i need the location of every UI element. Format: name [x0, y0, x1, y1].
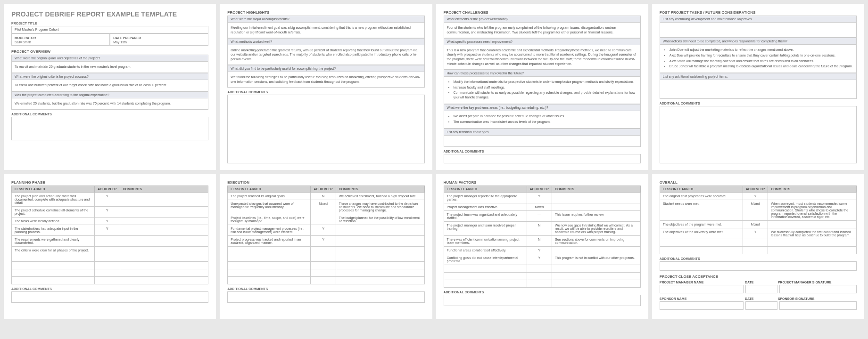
list-item: John Doe will adjust the marketing mater…: [670, 48, 853, 52]
pm-name-input[interactable]: [660, 285, 744, 293]
table-row: The tasks were clearly defined.Y: [12, 217, 208, 225]
cell-lesson: Unexpected changes that occurred were of…: [228, 200, 311, 214]
table-row: Project management was effective.Mixed: [444, 203, 640, 210]
sponsor-name-input[interactable]: [660, 301, 744, 310]
page-8: OVERALL LESSON LEARNED ACHIEVED? COMMENT…: [652, 174, 864, 319]
cell-comments: We achieved enrollment, but had a high d…: [336, 192, 424, 200]
p3-a3: Modify the informational materials for p…: [444, 77, 641, 104]
p5-comments-label: Additional Comments: [11, 286, 208, 291]
cell-lesson: The project team was organized and adequ…: [444, 210, 527, 221]
cell-lesson: The stakeholders had adequate input in t…: [12, 225, 95, 235]
p2-a1: Meeting our initial enrollment goal was …: [227, 23, 424, 38]
cell-lesson: The criteria were clear for all phases o…: [12, 246, 95, 254]
col-achieved: ACHIEVED?: [527, 186, 552, 192]
planning-header: PLANNING PHASE: [11, 180, 208, 185]
table-row-empty: [444, 272, 640, 280]
col-lesson: LESSON LEARNED: [660, 186, 743, 192]
cell-achieved: Mixed: [311, 200, 336, 214]
p3-a4: We didn't prepare in advance for possibl…: [444, 111, 641, 129]
p4-comments-label: Additional Comments: [660, 101, 857, 106]
table-row: The project reached its original goals.N…: [228, 192, 424, 200]
col-achieved: ACHIEVED?: [95, 186, 120, 192]
table-row-empty: [228, 276, 424, 284]
p2-q2: What methods worked well?: [227, 38, 424, 45]
list-item: Modify the informational materials for p…: [454, 80, 637, 84]
planning-table: LESSON LEARNED ACHIEVED? COMMENTS The pr…: [11, 186, 208, 284]
col-achieved: ACHIEVED?: [743, 186, 768, 192]
cell-achieved: Y: [95, 225, 120, 235]
pm-date-input[interactable]: [745, 285, 777, 293]
cell-comments: [336, 225, 424, 235]
cell-achieved: Y: [311, 235, 336, 246]
table-row-empty: [444, 280, 640, 287]
p8-comments-box[interactable]: [660, 261, 857, 271]
cell-achieved: Y: [527, 192, 552, 203]
cell-achieved: Y: [527, 254, 552, 265]
col-lesson: LESSON LEARNED: [444, 186, 527, 192]
cell-comments: [768, 220, 857, 228]
cell-comments: These changes may have contributed to th…: [336, 200, 424, 214]
p6-comments-box[interactable]: [227, 291, 424, 303]
report-title: PROJECT DEBRIEF REPORT EXAMPLE TEMPLATE: [11, 10, 208, 18]
pm-sig-label: PROJECT MANAGER SIGNATURE: [778, 280, 857, 285]
cell-lesson: The project reached its original goals.: [228, 192, 311, 200]
p4-a2: John Doe will adjust the marketing mater…: [660, 45, 857, 73]
table-row: Unexpected changes that occurred were of…: [228, 200, 424, 214]
execution-header: EXECUTION: [227, 180, 424, 185]
p3-comments-box[interactable]: [444, 154, 641, 163]
sponsor-sig-input[interactable]: [779, 301, 857, 310]
p3-comments-label: Additional Comments: [444, 149, 641, 154]
cell-comments: [552, 246, 641, 254]
cell-lesson: The project schedule contained all eleme…: [12, 206, 95, 217]
cell-comments: This issue requires further review.: [552, 210, 641, 221]
p4-comments-box[interactable]: [660, 106, 857, 163]
date-prepared-value: May 13th: [113, 40, 205, 44]
p8-comments-label: Additional Comments: [660, 256, 857, 261]
p3-q5: List any technical challenges.: [444, 129, 641, 136]
p2-comments-box[interactable]: [227, 95, 424, 163]
p7-comments-box[interactable]: [444, 295, 641, 306]
cell-comments: [336, 235, 424, 246]
project-close-header: PROJECT CLOSE ACCEPTANCE: [660, 274, 857, 279]
table-row: The requirements were gathered and clear…: [12, 235, 208, 246]
cell-lesson: The project manager reported to the appr…: [444, 192, 527, 203]
p3-q2: What specific processes need improvement…: [444, 38, 641, 45]
p1-q2: What were the original criteria for proj…: [11, 73, 208, 80]
page-1: PROJECT DEBRIEF REPORT EXAMPLE TEMPLATE …: [4, 4, 216, 170]
execution-table: LESSON LEARNED ACHIEVED? COMMENTS The pr…: [227, 186, 424, 284]
table-row-empty: [228, 269, 424, 276]
p5-comments-box[interactable]: [11, 291, 208, 303]
col-comments: COMMENTS: [552, 186, 641, 192]
p2-q3: What did you find to be particularly use…: [227, 65, 424, 72]
cell-comments: [120, 206, 208, 217]
list-item: Bruce Jones will facilitate a program me…: [670, 64, 853, 69]
table-row: The project manager and team received pr…: [444, 221, 640, 235]
cell-lesson: The original cost projections were accur…: [660, 192, 743, 200]
page-2: PROJECT HIGHLIGHTS What were the major a…: [220, 4, 432, 170]
cell-achieved: N: [527, 235, 552, 246]
p2-comments-label: Additional Comments: [227, 89, 424, 95]
table-row: The project manager reported to the appr…: [444, 192, 640, 203]
cell-lesson: The objectives of the program were met.: [660, 220, 743, 228]
table-row: The stakeholders had adequate input in t…: [12, 225, 208, 235]
page-5: PLANNING PHASE LESSON LEARNED ACHIEVED? …: [4, 174, 216, 319]
col-achieved: ACHIEVED?: [311, 186, 336, 192]
p1-comments-box[interactable]: [11, 117, 208, 140]
cell-lesson: Student needs were met.: [660, 200, 743, 220]
sponsor-date-input[interactable]: [745, 301, 777, 310]
post-project-header: POST-PROJECT TASKS / FUTURE CONSIDERATIO…: [660, 10, 857, 15]
p3-a5[interactable]: [444, 136, 641, 147]
p1-a2: To enroll one hundred percent of our tar…: [11, 80, 208, 91]
table-row-empty: [12, 276, 208, 284]
p4-q3: List any additional outstanding project …: [660, 73, 857, 80]
cell-achieved: Y: [95, 192, 120, 206]
table-row-empty: [228, 261, 424, 269]
cell-achieved: [311, 214, 336, 225]
p2-q1: What were the major accomplishments?: [227, 16, 424, 23]
p4-a3[interactable]: [660, 80, 857, 99]
p6-comments-label: Additional Comments: [227, 286, 424, 291]
p4-a1[interactable]: [660, 23, 857, 38]
table-row-empty: [12, 254, 208, 261]
pm-sig-input[interactable]: [779, 285, 857, 293]
human-factors-header: HUMAN FACTORS: [444, 180, 641, 185]
